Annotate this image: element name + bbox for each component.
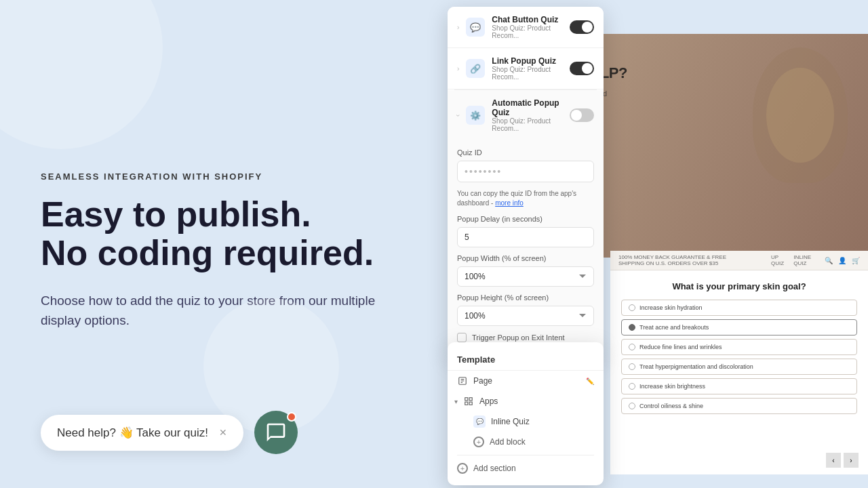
option-label-1: Increase skin hydration	[639, 304, 703, 311]
quiz-config-panel: › 💬 Chat Button Quiz Shop Quiz: Product …	[448, 7, 604, 357]
chat-bubble[interactable]: Need help? 👋 Take our quiz! ✕	[41, 415, 243, 451]
page-item[interactable]: Page ✏️	[448, 371, 604, 391]
inline-quiz-item[interactable]: 💬 Inline Quiz	[448, 411, 604, 432]
option-label-2: Treat acne and breakouts	[639, 324, 709, 331]
apps-icon	[463, 396, 474, 407]
quiz-id-section: Quiz ID You can copy the quiz ID from th…	[448, 140, 604, 356]
popup-delay-label: Popup Delay (in seconds)	[457, 215, 594, 223]
nav-store-header: 100% MONEY BACK GUARANTEE & FREE SHIPPIN…	[618, 254, 744, 266]
user-icon[interactable]: 👤	[838, 257, 846, 264]
skincare-nav-bar: 100% MONEY BACK GUARANTEE & FREE SHIPPIN…	[610, 251, 868, 270]
auto-popup-quiz-item[interactable]: › ⚙️ Automatic Popup Quiz Shop Quiz: Pro…	[448, 90, 604, 140]
quiz-icon-1: 💬	[466, 18, 485, 37]
quiz-text-3: Automatic Popup Quiz Shop Quiz: Product …	[492, 98, 563, 132]
radio-4	[629, 363, 635, 370]
option-label-6: Control oiliness & shine	[639, 403, 703, 409]
template-header: Template	[448, 349, 604, 371]
radio-6	[629, 403, 635, 409]
add-block-icon: +	[473, 436, 484, 447]
quiz-name-3: Automatic Popup Quiz	[492, 98, 563, 117]
popup-delay-input[interactable]	[457, 227, 594, 247]
quiz-sub-2: Shop Quiz: Product Recom...	[492, 66, 563, 81]
svg-rect-7	[469, 402, 472, 405]
inline-quiz-label: Inline Quiz	[491, 417, 530, 426]
apps-section-toggle[interactable]: ▾ Apps	[448, 391, 604, 411]
quiz-sub-3: Shop Quiz: Product Recom...	[492, 117, 563, 132]
popup-width-select[interactable]: 100% 75% 50%	[457, 266, 594, 287]
svg-rect-6	[465, 402, 468, 405]
skincare-nav: UP QUIZ INLINE QUIZ	[771, 254, 811, 266]
quiz-option-6[interactable]: Control oiliness & shine	[621, 398, 857, 414]
quiz-name-2: Link Popup Quiz	[492, 56, 563, 66]
quiz-option-4[interactable]: Treat hyperpigmentation and discoloratio…	[621, 359, 857, 375]
nav-inline-quiz[interactable]: INLINE QUIZ	[793, 254, 811, 266]
add-block-btn[interactable]: + Add block	[448, 432, 604, 452]
nav-icons: 🔍 👤 🛒	[825, 257, 860, 264]
apps-label: Apps	[479, 396, 498, 406]
toggle-1[interactable]	[570, 20, 594, 34]
quiz-options: Increase skin hydration Treat acne and b…	[621, 300, 857, 414]
trigger-popup-label: Trigger Popup on Exit Intent	[472, 333, 565, 342]
inline-quiz-icon: 💬	[473, 415, 486, 428]
quiz-body: What is your primary skin goal? Increase…	[610, 270, 868, 428]
quiz-option-2[interactable]: Treat acne and breakouts	[621, 319, 857, 336]
quiz-text-2: Link Popup Quiz Shop Quiz: Product Recom…	[492, 56, 563, 81]
edit-icon[interactable]: ✏️	[586, 378, 594, 385]
chat-icon-button[interactable]	[254, 411, 298, 454]
add-section-icon: +	[457, 463, 468, 474]
chat-widget: Need help? 👋 Take our quiz! ✕	[41, 411, 298, 454]
option-label-4: Treat hyperpigmentation and discoloratio…	[639, 363, 753, 370]
auto-popup-quiz-expanded: › ⚙️ Automatic Popup Quiz Shop Quiz: Pro…	[448, 90, 604, 357]
quiz-question: What is your primary skin goal?	[621, 281, 857, 291]
chevron-right-icon: ›	[457, 24, 459, 31]
link-popup-quiz-item[interactable]: › 🔗 Link Popup Quiz Shop Quiz: Product R…	[448, 48, 604, 89]
quiz-option-3[interactable]: Reduce fine lines and wrinkles	[621, 339, 857, 355]
radio-3	[629, 344, 635, 350]
search-icon[interactable]: 🔍	[825, 257, 833, 264]
more-info-link[interactable]: more info	[495, 199, 524, 207]
chevron-down-icon: ›	[454, 114, 462, 116]
notification-dot	[287, 412, 296, 422]
quiz-option-1[interactable]: Increase skin hydration	[621, 300, 857, 316]
popup-height-select[interactable]: 100% 75% 50%	[457, 306, 594, 326]
quiz-name-1: Chat Button Quiz	[492, 15, 563, 24]
add-section-label: Add section	[473, 464, 516, 473]
main-heading: Easy to publish. No coding required.	[41, 195, 393, 272]
cart-icon[interactable]: 🛒	[852, 257, 860, 264]
quiz-id-label: Quiz ID	[457, 148, 594, 157]
add-section-btn[interactable]: + Add section	[448, 458, 604, 479]
close-icon[interactable]: ✕	[219, 427, 227, 438]
quiz-id-help: You can copy the quiz ID from the app's …	[457, 189, 594, 208]
quiz-text-1: Chat Button Quiz Shop Quiz: Product Reco…	[492, 15, 563, 39]
template-panel: Template Page ✏️ ▾ Apps	[448, 342, 604, 485]
chat-message: Need help? 👋 Take our quiz!	[57, 426, 208, 440]
radio-5	[629, 383, 635, 390]
trigger-popup-checkbox[interactable]	[457, 333, 467, 342]
page-label: Page	[473, 376, 580, 386]
quiz-list: › 💬 Chat Button Quiz Shop Quiz: Product …	[448, 7, 604, 357]
chevron-right-icon-2: ›	[457, 65, 459, 73]
popup-width-label: Popup Width (% of screen)	[457, 254, 594, 262]
nav-arrows: ‹ ›	[826, 453, 859, 468]
prev-arrow[interactable]: ‹	[826, 453, 841, 468]
nav-up-quiz[interactable]: UP QUIZ	[771, 254, 784, 266]
page-icon	[457, 375, 468, 386]
svg-rect-5	[469, 398, 472, 401]
next-arrow[interactable]: ›	[844, 453, 859, 468]
popup-height-label: Popup Height (% of screen)	[457, 293, 594, 302]
quiz-id-input[interactable]	[457, 161, 594, 182]
chevron-apps-icon: ▾	[454, 398, 458, 405]
quiz-sub-1: Shop Quiz: Product Recom...	[492, 24, 563, 39]
quiz-option-5[interactable]: Increase skin brightness	[621, 378, 857, 394]
toggle-2[interactable]	[570, 62, 594, 75]
tpl-divider	[457, 455, 594, 455]
option-label-3: Reduce fine lines and wrinkles	[639, 344, 722, 350]
skincare-quiz-panel: 100% MONEY BACK GUARANTEE & FREE SHIPPIN…	[610, 251, 868, 474]
option-label-5: Increase skin brightness	[639, 383, 705, 390]
add-block-label: Add block	[490, 437, 526, 447]
chat-button-quiz-item[interactable]: › 💬 Chat Button Quiz Shop Quiz: Product …	[448, 7, 604, 48]
toggle-3[interactable]	[570, 108, 594, 122]
radio-2	[629, 324, 635, 331]
template-label: Template	[457, 354, 495, 365]
quiz-icon-3: ⚙️	[466, 106, 485, 125]
